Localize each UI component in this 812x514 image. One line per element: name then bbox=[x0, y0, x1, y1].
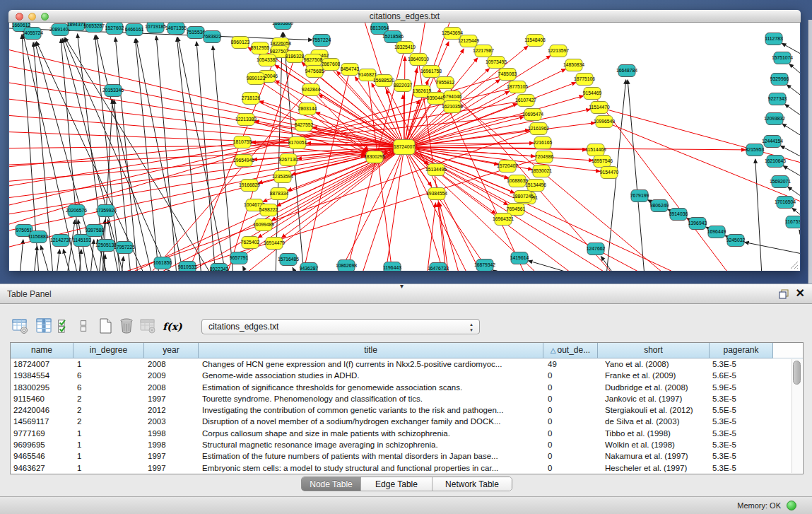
function-builder-icon[interactable]: f(x) bbox=[158, 319, 181, 334]
table-cell[interactable]: 2008 bbox=[144, 358, 199, 370]
table-cell[interactable]: 2012 bbox=[144, 404, 199, 416]
table-cell[interactable]: 1 bbox=[73, 450, 144, 462]
table-cell[interactable]: 2 bbox=[73, 393, 144, 404]
table-cell[interactable]: 0 bbox=[543, 428, 598, 439]
table-row[interactable]: 977716911998Corpus callosum shape and si… bbox=[11, 428, 791, 439]
table-cell[interactable]: 1997 bbox=[144, 450, 199, 462]
table-cell[interactable]: Genome-wide association studies in ADHD. bbox=[199, 370, 543, 381]
table-cell[interactable]: 1997 bbox=[144, 393, 199, 404]
table-cell[interactable]: Wolkin et al. (1998) bbox=[598, 439, 710, 450]
table-row[interactable]: 2242004622012Investigating the contribut… bbox=[11, 404, 791, 416]
graph-edge[interactable] bbox=[383, 147, 404, 271]
table-cell[interactable]: Dudbridge et al. (2008) bbox=[598, 382, 710, 393]
table-cell[interactable]: 9777169 bbox=[11, 428, 73, 439]
table-row[interactable]: 1938455462009Genome-wide association stu… bbox=[11, 370, 791, 381]
tab-node-table[interactable]: Node Table bbox=[302, 477, 361, 491]
table-cell[interactable]: Changes of HCN gene expression and I(f) … bbox=[199, 358, 543, 370]
graph-edge[interactable] bbox=[168, 270, 173, 271]
graph-edge[interactable] bbox=[136, 39, 184, 271]
column-header[interactable]: short bbox=[598, 343, 710, 358]
graph-edge[interactable] bbox=[177, 37, 201, 271]
column-header[interactable]: in_degree bbox=[73, 343, 144, 358]
table-cell[interactable]: 1 bbox=[73, 439, 144, 450]
graph-edge[interactable] bbox=[424, 203, 435, 271]
graph-edge[interactable] bbox=[789, 64, 800, 78]
table-cell[interactable]: 14569117 bbox=[11, 416, 73, 427]
graph-edge[interactable] bbox=[213, 46, 233, 271]
table-cell[interactable]: Estimation of significance thresholds fo… bbox=[199, 382, 543, 393]
graph-edge[interactable] bbox=[243, 267, 247, 271]
table-cell[interactable]: 6 bbox=[73, 382, 144, 393]
graph-edge[interactable] bbox=[493, 270, 502, 271]
delete-table-icon[interactable] bbox=[117, 317, 136, 337]
table-row[interactable]: 946554611997Estimation of the future num… bbox=[11, 450, 791, 462]
column-header[interactable]: pagerank bbox=[710, 343, 773, 358]
scrollbar-thumb[interactable] bbox=[793, 361, 801, 385]
graph-edge[interactable] bbox=[329, 147, 404, 271]
float-panel-icon[interactable] bbox=[778, 289, 789, 300]
graph-edge[interactable] bbox=[782, 124, 800, 139]
graph-edge[interactable] bbox=[34, 246, 37, 271]
table-cell[interactable]: 2003 bbox=[144, 416, 199, 427]
table-cell[interactable]: Jankovic et al. (1997) bbox=[598, 393, 710, 404]
table-cell[interactable]: Yano et al. (2008) bbox=[598, 358, 710, 370]
column-header[interactable]: △out_de... bbox=[543, 343, 598, 358]
graph-edge[interactable] bbox=[135, 39, 159, 271]
table-cell[interactable]: 1 bbox=[73, 462, 144, 474]
graph-edge[interactable] bbox=[9, 45, 404, 147]
table-row[interactable]: 911546021997Tourette syndrome. Phenomeno… bbox=[11, 393, 791, 404]
table-row[interactable]: 969969511998Structural magnetic resonanc… bbox=[11, 439, 791, 450]
select-all-check-icon[interactable] bbox=[56, 317, 73, 337]
table-cell[interactable]: Estimation of the future numbers of pati… bbox=[199, 450, 543, 462]
column-visibility-icon[interactable] bbox=[34, 317, 54, 337]
table-cell[interactable]: 2 bbox=[73, 416, 144, 427]
graph-edge[interactable] bbox=[41, 245, 49, 271]
table-row[interactable]: 1456911722003Disruption of a novel membe… bbox=[11, 416, 791, 427]
graph-edge[interactable] bbox=[785, 104, 800, 119]
table-cell[interactable]: 49 bbox=[543, 358, 598, 370]
table-cell[interactable]: Franke et al. (2009) bbox=[598, 370, 710, 381]
table-cell[interactable]: 1998 bbox=[144, 439, 199, 450]
table-cell[interactable]: 5.3E-5 bbox=[710, 450, 773, 462]
table-cell[interactable]: 0 bbox=[543, 382, 598, 393]
table-cell[interactable]: 18724007 bbox=[11, 358, 73, 370]
graph-edge[interactable] bbox=[57, 250, 59, 271]
table-cell[interactable]: Embryonic stem cells: a model to study s… bbox=[199, 462, 543, 474]
close-panel-icon[interactable]: ✕ bbox=[796, 287, 805, 300]
table-cell[interactable]: 5.9E-5 bbox=[710, 382, 773, 393]
table-cell[interactable]: 6 bbox=[73, 370, 144, 381]
table-cell[interactable]: 5.3E-5 bbox=[710, 416, 773, 427]
table-cell[interactable]: 19384554 bbox=[11, 370, 73, 381]
table-cell[interactable]: Stergiakouli et al. (2012) bbox=[598, 404, 710, 416]
table-cell[interactable]: 0 bbox=[543, 462, 598, 474]
new-table-icon[interactable] bbox=[95, 317, 115, 337]
table-cell[interactable]: 9115460 bbox=[11, 393, 73, 404]
table-cell[interactable]: 18300295 bbox=[11, 382, 73, 393]
graph-edge[interactable] bbox=[799, 230, 800, 240]
table-cell[interactable]: 5.3E-5 bbox=[710, 428, 773, 439]
table-cell[interactable]: 9465546 bbox=[11, 450, 73, 462]
graph-edge[interactable] bbox=[745, 243, 800, 255]
graph-edge[interactable] bbox=[404, 57, 405, 147]
table-cell[interactable]: 2009 bbox=[144, 370, 199, 381]
table-cell[interactable]: 5.5E-5 bbox=[710, 404, 773, 416]
table-cell[interactable]: 0 bbox=[543, 416, 598, 427]
table-cell[interactable]: 0 bbox=[543, 404, 598, 416]
table-cell[interactable]: Tourette syndrome. Phenomenology and cla… bbox=[199, 393, 543, 404]
table-cell[interactable]: 0 bbox=[543, 450, 598, 462]
table-row[interactable]: 1872400712008Changes of HCN gene express… bbox=[11, 358, 791, 370]
graph-edge[interactable] bbox=[528, 261, 579, 271]
table-cell[interactable]: Investigating the contribution of common… bbox=[199, 404, 543, 416]
table-cell[interactable]: 5.3E-5 bbox=[710, 358, 773, 370]
graph-edge[interactable] bbox=[404, 110, 590, 147]
table-cell[interactable]: 2008 bbox=[144, 382, 199, 393]
table-cell[interactable]: 5.3E-5 bbox=[710, 462, 773, 474]
table-cell[interactable]: Disruption of a novel member of a sodium… bbox=[199, 416, 543, 427]
table-cell[interactable]: 1997 bbox=[144, 462, 199, 474]
table-cell[interactable]: 5.3E-5 bbox=[710, 439, 773, 450]
column-header[interactable]: name bbox=[11, 343, 73, 358]
table-cell[interactable]: 1998 bbox=[144, 428, 199, 439]
table-cell[interactable]: 5.6E-5 bbox=[710, 370, 773, 381]
graph-edge[interactable] bbox=[293, 268, 297, 271]
panel-collapse-handle[interactable]: ▾ bbox=[400, 282, 404, 290]
